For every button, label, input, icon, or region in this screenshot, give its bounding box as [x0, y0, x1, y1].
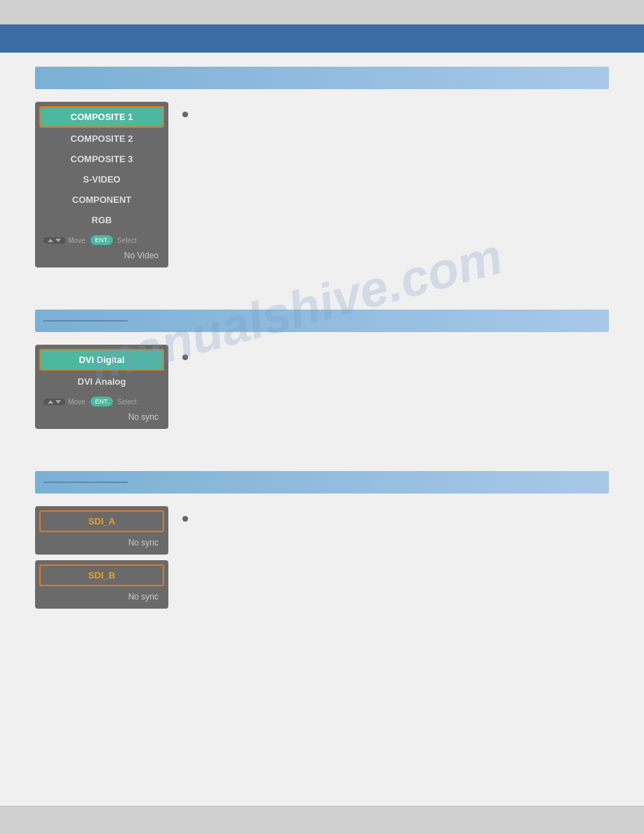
- section3-header-underline: [43, 482, 128, 483]
- section2-row: DVI Digital DVI Analog Move ENT. Select …: [35, 345, 609, 443]
- bullet-dot-2: [182, 355, 188, 360]
- menu-item-dvi-digital[interactable]: DVI Digital: [39, 349, 164, 371]
- sdi-b-item[interactable]: SDI_B: [39, 564, 164, 586]
- bullet-dot-1: [182, 112, 188, 117]
- nav-arrows-button-2[interactable]: [43, 399, 65, 405]
- sdi-a-item[interactable]: SDI_A: [39, 510, 164, 532]
- sdi-panels-container: SDI_A No sync SDI_B No sync: [35, 506, 168, 614]
- move-label: Move: [68, 237, 85, 244]
- section1-description: [182, 102, 609, 117]
- section2-header-underline: [43, 320, 128, 322]
- bullet-dot-3: [182, 516, 188, 522]
- arrow-up-icon-2: [48, 400, 53, 404]
- sdi-b-status: No sync: [39, 589, 164, 604]
- arrow-down-icon: [55, 239, 61, 242]
- menu-item-dvi-analog[interactable]: DVI Analog: [39, 372, 164, 391]
- move-label-2: Move: [68, 398, 85, 406]
- menu-item-svideo[interactable]: S-VIDEO: [39, 170, 164, 189]
- section2-header: [35, 310, 609, 332]
- blue-header-bar: [0, 25, 644, 53]
- section3-header: [35, 471, 609, 494]
- section3-row: SDI_A No sync SDI_B No sync: [35, 506, 609, 614]
- menu-controls-1: Move ENT. Select: [39, 232, 164, 248]
- menu-item-composite2[interactable]: COMPOSITE 2: [39, 129, 164, 148]
- top-bar: [0, 0, 644, 25]
- ent-button[interactable]: ENT.: [90, 235, 113, 245]
- composite-menu-panel: COMPOSITE 1 COMPOSITE 2 COMPOSITE 3 S-VI…: [35, 102, 168, 267]
- menu-controls-2: Move ENT. Select: [39, 394, 164, 409]
- section1-header: [35, 67, 609, 89]
- bottom-bar: [0, 806, 644, 834]
- section2-block: DVI Digital DVI Analog Move ENT. Select …: [35, 310, 609, 443]
- main-content: COMPOSITE 1 COMPOSITE 2 COMPOSITE 3 S-VI…: [0, 53, 644, 825]
- select-label: Select: [117, 237, 137, 244]
- section2-description: [182, 345, 609, 360]
- menu-item-rgb[interactable]: RGB: [39, 211, 164, 230]
- ent-button-2[interactable]: ENT.: [90, 397, 113, 406]
- dvi-menu-panel: DVI Digital DVI Analog Move ENT. Select …: [35, 345, 168, 429]
- section1-status: No Video: [39, 248, 164, 263]
- section3-block: SDI_A No sync SDI_B No sync: [35, 471, 609, 614]
- section2-status: No sync: [39, 409, 164, 425]
- nav-arrows-button[interactable]: [43, 237, 65, 244]
- sdi-b-panel: SDI_B No sync: [35, 560, 168, 609]
- menu-item-composite1[interactable]: COMPOSITE 1: [39, 106, 164, 128]
- section1-row: COMPOSITE 1 COMPOSITE 2 COMPOSITE 3 S-VI…: [35, 102, 609, 282]
- menu-item-composite3[interactable]: COMPOSITE 3: [39, 150, 164, 168]
- menu-item-component[interactable]: COMPONENT: [39, 190, 164, 209]
- sdi-a-panel: SDI_A No sync: [35, 506, 168, 555]
- arrow-up-icon: [48, 239, 53, 242]
- section1-block: COMPOSITE 1 COMPOSITE 2 COMPOSITE 3 S-VI…: [35, 67, 609, 282]
- select-label-2: Select: [117, 398, 137, 406]
- section3-description: [182, 506, 609, 522]
- sdi-a-status: No sync: [39, 535, 164, 550]
- arrow-down-icon-2: [55, 400, 61, 404]
